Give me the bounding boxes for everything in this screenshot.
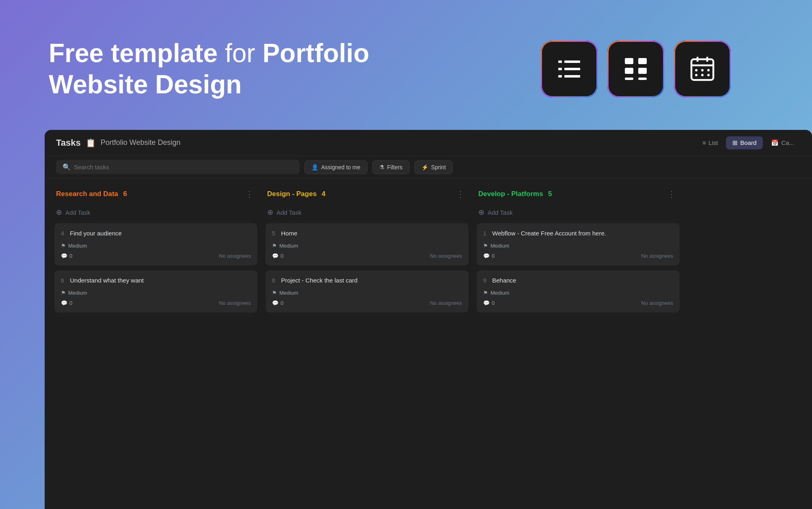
svg-rect-0 xyxy=(558,60,562,63)
design-menu-button[interactable]: ⋮ xyxy=(454,188,467,200)
task-comments: 💬 0 xyxy=(61,253,72,259)
task-number: 1 xyxy=(483,230,486,237)
svg-rect-5 xyxy=(564,75,580,78)
comment-count: 0 xyxy=(69,253,72,259)
comment-count: 0 xyxy=(69,300,72,306)
priority-label: Medium xyxy=(68,243,87,249)
task-priority: ⚑ Medium xyxy=(61,243,87,249)
svg-point-16 xyxy=(695,69,698,71)
calendar-tab-icon: 📅 xyxy=(771,139,779,147)
toolbar: 🔍 👤 Assigned to me ⚗ Filters ⚡ Sprint xyxy=(45,156,812,179)
app-window: Tasks 📋 Portfolio Website Design ≡ List … xyxy=(45,130,812,509)
svg-rect-2 xyxy=(558,68,562,70)
task-card[interactable]: 1 Webflow - Create Free Account from her… xyxy=(477,223,680,265)
task-priority: ⚑ Medium xyxy=(272,290,298,296)
comment-icon: 💬 xyxy=(483,253,490,259)
search-icon: 🔍 xyxy=(63,163,71,171)
calendar-app-icon xyxy=(674,41,731,97)
add-task-plus-icon: ⊕ xyxy=(267,208,273,217)
design-count: 4 xyxy=(322,190,325,198)
person-icon: 👤 xyxy=(311,164,318,170)
column-develop: Develop - Platforms 5 ⋮ ⊕ Add Task 1 Web… xyxy=(477,188,680,495)
tab-board[interactable]: ⊞ Board xyxy=(726,136,763,149)
svg-point-19 xyxy=(695,74,698,76)
task-title: Find your audience xyxy=(70,230,122,237)
research-title: Research and Data xyxy=(56,190,118,198)
task-title: Behance xyxy=(492,277,516,284)
research-add-label: Add Task xyxy=(65,209,90,216)
task-title-row: 6 Understand what they want xyxy=(61,277,251,284)
priority-flag-icon: ⚑ xyxy=(272,243,277,249)
task-meta: ⚑ Medium xyxy=(483,290,673,296)
task-card[interactable]: 4 Find your audience ⚑ Medium 💬 0 No ass… xyxy=(54,223,257,265)
task-assignees: No assignees xyxy=(641,253,673,259)
task-card[interactable]: 9 Behance ⚑ Medium 💬 0 No assignees xyxy=(477,270,680,313)
svg-rect-6 xyxy=(625,58,633,64)
view-tabs: ≡ List ⊞ Board 📅 Ca... xyxy=(696,136,801,149)
task-number: 4 xyxy=(61,230,64,237)
task-comments: 💬 0 xyxy=(272,253,283,259)
task-title: Project - Check the last card xyxy=(281,277,357,284)
priority-flag-icon: ⚑ xyxy=(483,243,488,249)
priority-label: Medium xyxy=(279,290,298,296)
filter-icon: ⚗ xyxy=(379,164,384,170)
priority-label: Medium xyxy=(490,243,509,249)
task-card[interactable]: 5 Home ⚑ Medium 💬 0 No assignees xyxy=(266,223,469,265)
comment-count: 0 xyxy=(281,253,283,259)
sprint-icon: ⚡ xyxy=(421,164,428,170)
list-tab-icon: ≡ xyxy=(702,139,706,146)
hero-section: Free template for PortfolioWebsite Desig… xyxy=(0,0,812,138)
assigned-btn-label: Assigned to me xyxy=(321,164,361,170)
svg-rect-7 xyxy=(638,58,647,64)
project-emoji: 📋 xyxy=(86,138,96,148)
assigned-to-me-button[interactable]: 👤 Assigned to me xyxy=(304,160,367,174)
calendar-tab-label: Ca... xyxy=(781,139,794,146)
comment-icon: 💬 xyxy=(61,300,67,306)
search-box[interactable]: 🔍 xyxy=(56,160,300,174)
task-title-row: 9 Behance xyxy=(483,277,673,284)
list-icon xyxy=(555,54,584,84)
svg-rect-11 xyxy=(638,78,647,80)
design-add-task-button[interactable]: ⊕ Add Task xyxy=(266,206,469,223)
svg-point-21 xyxy=(707,74,710,76)
sprint-button[interactable]: ⚡ Sprint xyxy=(415,160,453,174)
svg-point-17 xyxy=(701,69,704,71)
develop-add-task-button[interactable]: ⊕ Add Task xyxy=(477,206,680,223)
priority-label: Medium xyxy=(279,243,298,249)
research-menu-button[interactable]: ⋮ xyxy=(243,188,256,200)
svg-rect-9 xyxy=(638,68,647,74)
task-priority: ⚑ Medium xyxy=(61,290,87,296)
research-column-header: Research and Data 6 ⋮ xyxy=(54,188,257,206)
task-bottom: 💬 0 No assignees xyxy=(483,300,673,306)
priority-flag-icon: ⚑ xyxy=(272,290,277,296)
task-title: Understand what they want xyxy=(70,277,144,284)
tab-calendar[interactable]: 📅 Ca... xyxy=(764,136,801,149)
filters-button[interactable]: ⚗ Filters xyxy=(372,160,410,174)
svg-rect-3 xyxy=(564,68,580,70)
task-meta: ⚑ Medium xyxy=(483,243,673,249)
develop-menu-button[interactable]: ⋮ xyxy=(665,188,678,200)
hero-text: Free template for PortfolioWebsite Desig… xyxy=(49,38,541,100)
task-card[interactable]: 6 Understand what they want ⚑ Medium 💬 0… xyxy=(54,270,257,313)
task-priority: ⚑ Medium xyxy=(483,243,509,249)
research-add-task-button[interactable]: ⊕ Add Task xyxy=(54,206,257,223)
tab-list[interactable]: ≡ List xyxy=(696,136,724,149)
column-design: Design - Pages 4 ⋮ ⊕ Add Task 5 Home ⚑ xyxy=(266,188,469,495)
task-assignees: No assignees xyxy=(641,300,673,306)
add-task-plus-icon: ⊕ xyxy=(478,208,484,217)
breadcrumb: Tasks 📋 Portfolio Website Design xyxy=(56,138,696,148)
task-comments: 💬 0 xyxy=(483,300,495,306)
search-input[interactable] xyxy=(74,164,293,170)
task-title: Webflow - Create Free Account from here. xyxy=(492,230,606,237)
task-bottom: 💬 0 No assignees xyxy=(61,300,251,306)
priority-flag-icon: ⚑ xyxy=(483,290,488,296)
task-title-row: 8 Project - Check the last card xyxy=(272,277,462,284)
research-column-title-group: Research and Data 6 xyxy=(56,190,127,198)
task-card[interactable]: 8 Project - Check the last card ⚑ Medium… xyxy=(266,270,469,313)
task-bottom: 💬 0 No assignees xyxy=(272,253,462,259)
board-app-icon xyxy=(607,41,664,97)
svg-point-20 xyxy=(701,74,704,76)
svg-rect-4 xyxy=(558,75,562,78)
svg-point-18 xyxy=(707,69,710,71)
comment-icon: 💬 xyxy=(272,253,279,259)
